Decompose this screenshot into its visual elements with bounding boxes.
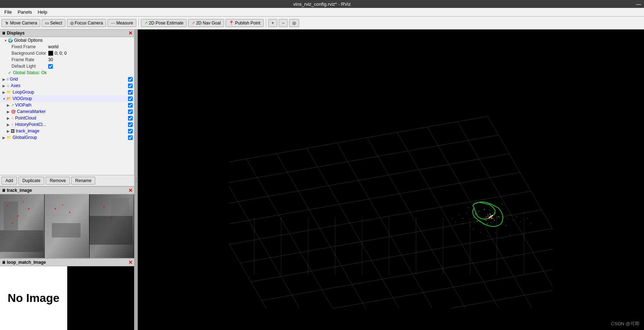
background-color-value[interactable]: 0; 0; 0: [48, 51, 133, 56]
point-cloud-row[interactable]: ▶ ⁘ PointCloud: [0, 115, 134, 121]
zoom-out-icon: −: [282, 21, 284, 26]
global-group-checkbox[interactable]: [128, 135, 133, 140]
zoom-out-button[interactable]: −: [279, 19, 288, 27]
menu-help[interactable]: Help: [35, 9, 50, 15]
focus-camera-button[interactable]: ◎ Focus Camera: [67, 19, 106, 27]
fixed-frame-label: Fixed Frame: [1, 44, 48, 49]
axes-arrow[interactable]: ▶: [1, 84, 6, 88]
default-light-value[interactable]: [48, 64, 133, 69]
grid-arrow[interactable]: ▶: [1, 77, 6, 81]
axes-row[interactable]: ▶ ⊹ Axes: [0, 82, 134, 89]
remove-button[interactable]: Remove: [46, 177, 70, 185]
window-title: vins_rviz_config.rviz* - RViz: [293, 1, 351, 7]
vio-path-arrow[interactable]: ▶: [6, 103, 11, 107]
point-cloud-arrow[interactable]: ▶: [6, 116, 11, 120]
axes-checkbox[interactable]: [128, 83, 133, 88]
svg-point-96: [470, 225, 470, 226]
global-options-row[interactable]: ▾ 🌍 Global Options: [0, 37, 134, 44]
loop-group-icon: 📁: [6, 90, 12, 95]
grid-checkbox[interactable]: [128, 77, 133, 82]
frame-rate-row: Frame Rate 30: [0, 56, 134, 63]
vio-path-label: VIOPath: [15, 103, 127, 108]
main-area: 🖥 Displays ✕ ▾ 🌍 Global Options Fixed Fr…: [0, 30, 644, 330]
vio-group-arrow[interactable]: ▾: [1, 97, 6, 101]
rename-button[interactable]: Rename: [71, 177, 95, 185]
svg-line-37: [428, 127, 535, 308]
measure-button[interactable]: — Measure: [108, 19, 136, 27]
resize-handle[interactable]: [135, 30, 138, 330]
track-image-close-button[interactable]: ✕: [128, 187, 133, 193]
loop-group-row[interactable]: ▶ 📁 LoopGroup: [0, 89, 134, 95]
vio-group-checkbox[interactable]: [128, 96, 133, 101]
loop-match-close-button[interactable]: ✕: [128, 259, 133, 265]
history-point-checkbox[interactable]: [128, 122, 133, 127]
global-group-row[interactable]: ▶ 📁 GlobalGroup: [0, 134, 134, 141]
publish-point-button[interactable]: 📍 Publish Point: [225, 19, 264, 27]
svg-point-85: [462, 218, 463, 219]
move-camera-button[interactable]: 🖱 Move Camera: [1, 19, 40, 27]
svg-point-67: [473, 217, 474, 218]
close-button[interactable]: —: [636, 1, 641, 7]
svg-point-9: [55, 208, 56, 209]
svg-point-75: [490, 222, 491, 223]
vio-path-row[interactable]: ▶ ↗ VIOPath: [0, 102, 134, 108]
displays-close-button[interactable]: ✕: [128, 30, 133, 36]
history-point-row[interactable]: ▶ ⁘ HistoryPointCl...: [0, 121, 134, 128]
svg-line-32: [277, 154, 384, 308]
zoom-in-button[interactable]: +: [268, 19, 277, 27]
global-options-label: Global Options: [14, 38, 42, 43]
svg-point-73: [497, 216, 497, 217]
camera-marker-row[interactable]: ▶ 🎯 CameraMarker: [0, 108, 134, 115]
menu-file[interactable]: File: [1, 9, 15, 15]
default-light-checkbox[interactable]: [48, 64, 53, 69]
svg-point-68: [475, 214, 476, 215]
home-button[interactable]: ◎: [289, 19, 299, 27]
svg-point-10: [69, 212, 70, 213]
2d-pose-button[interactable]: ↗ 2D Pose Estimate: [141, 19, 187, 27]
svg-point-62: [498, 216, 499, 217]
camera-marker-arrow[interactable]: ▶: [6, 110, 11, 114]
duplicate-button[interactable]: Duplicate: [18, 177, 44, 185]
default-light-label: Default Light: [1, 64, 48, 69]
loop-match-header-icon: 🖥: [1, 260, 5, 265]
frame-rate-label: Frame Rate: [1, 57, 48, 62]
track-image-item-checkbox[interactable]: [128, 129, 133, 134]
svg-point-66: [477, 221, 478, 222]
svg-point-3: [28, 208, 29, 209]
add-button[interactable]: Add: [1, 177, 17, 185]
vio-path-icon: ↗: [11, 103, 14, 108]
svg-point-82: [507, 218, 508, 219]
global-group-icon: 📁: [6, 135, 12, 140]
displays-panel: 🖥 Displays ✕ ▾ 🌍 Global Options Fixed Fr…: [0, 30, 134, 186]
menu-bar: File Panels Help: [0, 8, 644, 17]
svg-point-106: [495, 232, 495, 233]
track-image-title: track_image: [7, 188, 32, 193]
focus-camera-icon: ◎: [70, 21, 74, 26]
measure-icon: —: [111, 21, 115, 26]
default-light-row: Default Light: [0, 63, 134, 69]
camera-image-3: [90, 194, 134, 258]
camera-marker-checkbox[interactable]: [128, 109, 133, 114]
global-group-arrow[interactable]: ▶: [1, 136, 6, 140]
fixed-frame-value[interactable]: world: [48, 44, 133, 49]
loop-group-checkbox[interactable]: [128, 90, 133, 95]
global-status-row: ✓ Global Status: Ok: [0, 69, 134, 76]
svg-point-61: [493, 213, 494, 213]
frame-rate-value[interactable]: 30: [48, 57, 133, 62]
focus-camera-label: Focus Camera: [75, 21, 103, 26]
3d-viewport[interactable]: CSDN @可即: [138, 30, 644, 330]
grid-row[interactable]: ▶ # Grid: [0, 76, 134, 82]
2d-nav-button[interactable]: ↗ 2D Nav Goal: [188, 19, 224, 27]
menu-panels[interactable]: Panels: [15, 9, 35, 15]
vio-path-checkbox[interactable]: [128, 103, 133, 108]
global-options-arrow[interactable]: ▾: [3, 39, 8, 42]
vio-group-row[interactable]: ▾ 📂 VIOGroup: [0, 95, 134, 102]
loop-group-label: LoopGroup: [13, 90, 127, 95]
track-image-item-arrow[interactable]: ▶: [6, 129, 11, 133]
track-image-item-row[interactable]: ▶ 🖼 track_image: [0, 128, 134, 134]
point-cloud-checkbox[interactable]: [128, 116, 133, 121]
history-point-arrow[interactable]: ▶: [6, 123, 11, 127]
select-button[interactable]: ▭ Select: [42, 19, 65, 27]
loop-group-arrow[interactable]: ▶: [1, 90, 6, 94]
displays-tree[interactable]: ▾ 🌍 Global Options Fixed Frame world Bac…: [0, 37, 134, 175]
